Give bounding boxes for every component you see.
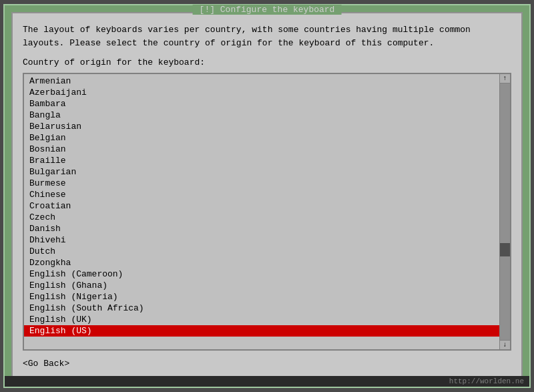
list-item[interactable]: Bosnian — [24, 144, 499, 155]
description-line2: layouts. Please select the country of or… — [23, 38, 434, 48]
list-item[interactable]: Chinese — [24, 189, 499, 200]
scrollbar: ↑ ↓ — [499, 74, 510, 349]
dialog-box: The layout of keyboards varies per count… — [11, 12, 523, 380]
list-items[interactable]: ArmenianAzerbaijaniBambaraBanglaBelarusi… — [24, 74, 499, 349]
list-item[interactable]: Armenian — [24, 75, 499, 87]
list-item[interactable]: Burmese — [24, 178, 499, 189]
window-title: [!] Configure the keyboard — [200, 5, 335, 15]
list-item[interactable]: Bangla — [24, 110, 499, 121]
bottom-bar: http://worlden.ne — [5, 376, 529, 387]
title-bar: [!] Configure the keyboard — [193, 5, 342, 15]
list-item[interactable]: Azerbaijani — [24, 87, 499, 98]
list-item[interactable]: Danish — [24, 223, 499, 234]
list-item[interactable]: Czech — [24, 212, 499, 223]
description-text: The layout of keyboards varies per count… — [23, 23, 511, 49]
list-item[interactable]: Dutch — [24, 246, 499, 257]
scrollbar-up-button[interactable]: ↑ — [500, 74, 510, 83]
go-back-button[interactable]: <Go Back> — [23, 359, 69, 369]
list-item[interactable]: English (Cameroon) — [24, 268, 499, 280]
footer-area: <Go Back> — [23, 359, 511, 369]
description-line1: The layout of keyboards varies per count… — [23, 25, 471, 35]
scrollbar-thumb[interactable] — [500, 243, 510, 256]
list-item[interactable]: Bulgarian — [24, 166, 499, 178]
list-item[interactable]: English (Nigeria) — [24, 291, 499, 303]
list-item[interactable]: Dzongkha — [24, 257, 499, 268]
list-item[interactable]: Dhivehi — [24, 234, 499, 246]
list-item[interactable]: English (South Africa) — [24, 303, 499, 314]
list-item[interactable]: English (Ghana) — [24, 280, 499, 291]
scrollbar-down-button[interactable]: ↓ — [500, 340, 510, 349]
outer-frame: [!] Configure the keyboard The layout of… — [3, 4, 531, 388]
list-item[interactable]: Bambara — [24, 98, 499, 110]
list-item[interactable]: Croatian — [24, 200, 499, 212]
list-item[interactable]: Belarusian — [24, 121, 499, 132]
list-item[interactable]: Braille — [24, 155, 499, 166]
list-item[interactable]: English (UK) — [24, 314, 499, 325]
list-item[interactable]: English (US) — [24, 325, 499, 337]
list-item[interactable]: Belgian — [24, 132, 499, 144]
bottom-text: http://worlden.ne — [449, 377, 524, 385]
list-container: ArmenianAzerbaijaniBambaraBanglaBelarusi… — [23, 73, 511, 351]
scrollbar-track — [500, 83, 510, 349]
list-label: Country of origin for the keyboard: — [23, 57, 511, 67]
